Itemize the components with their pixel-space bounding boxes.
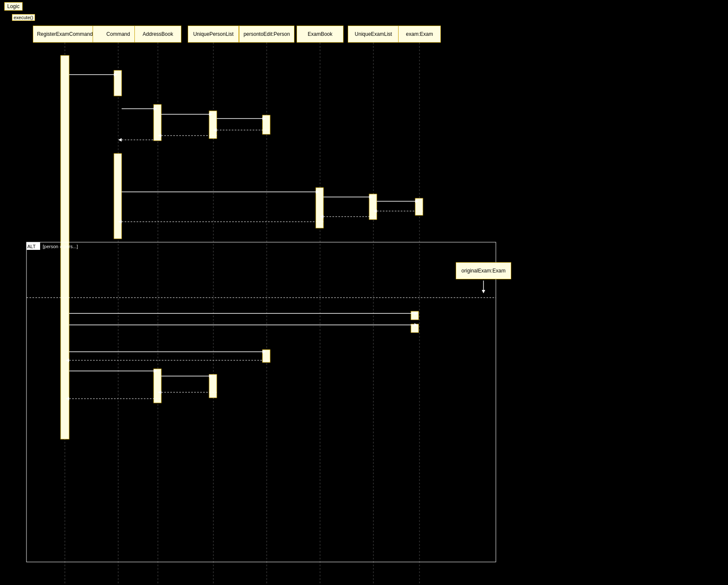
- actor-originalExam: originalExam:Exam: [456, 262, 511, 279]
- actor-uniqueExamList-label: UniqueExamList: [355, 31, 392, 37]
- svg-rect-18: [411, 324, 419, 333]
- svg-marker-35: [213, 128, 217, 132]
- svg-rect-13: [262, 115, 270, 134]
- svg-marker-53: [482, 290, 485, 293]
- diagram-container: Logic execute(): [0, 0, 728, 585]
- svg-rect-10: [114, 153, 122, 239]
- svg-rect-22: [26, 242, 496, 562]
- svg-marker-27: [114, 73, 117, 76]
- svg-rect-9: [114, 70, 122, 96]
- svg-marker-67: [158, 391, 161, 394]
- svg-marker-39: [118, 138, 122, 142]
- svg-marker-47: [373, 209, 377, 213]
- svg-text:ALT: ALT: [27, 244, 36, 249]
- actor-examBook-label: ExamBook: [308, 31, 332, 37]
- svg-rect-23: [26, 242, 40, 250]
- actor-registerExamCommand: RegisterExamCommand: [33, 26, 97, 43]
- svg-marker-59: [262, 350, 266, 353]
- svg-marker-69: [66, 397, 69, 400]
- svg-marker-57: [414, 323, 418, 327]
- svg-rect-8: [61, 55, 69, 439]
- actor-addressBook-label: AddressBook: [143, 31, 173, 37]
- sequence-diagram-svg: ALT [person ≠ pers...]: [0, 0, 728, 585]
- svg-marker-31: [209, 113, 213, 116]
- svg-rect-20: [154, 369, 161, 403]
- actor-uniquePersonList-label: UniquePersonList: [193, 31, 234, 37]
- execute-text: execute(): [14, 15, 33, 20]
- actor-uniquePersonList: UniquePersonList: [188, 26, 239, 43]
- svg-marker-65: [209, 374, 213, 378]
- execute-label: execute(): [12, 14, 35, 21]
- svg-rect-17: [411, 311, 419, 320]
- svg-rect-14: [316, 188, 323, 228]
- svg-marker-37: [158, 134, 161, 137]
- svg-text:[person ≠ pers...]: [person ≠ pers...]: [43, 244, 78, 249]
- actor-originalExam-label: originalExam:Exam: [461, 268, 505, 274]
- svg-rect-12: [209, 111, 217, 139]
- logic-tab[interactable]: Logic: [4, 2, 23, 11]
- svg-marker-61: [66, 359, 69, 362]
- actor-command-label: Command: [106, 31, 130, 37]
- actor-registerExamCommand-label: RegisterExamCommand: [37, 31, 93, 37]
- svg-rect-19: [262, 350, 270, 362]
- svg-rect-16: [415, 198, 423, 215]
- svg-marker-29: [154, 107, 157, 110]
- svg-marker-63: [154, 369, 157, 373]
- svg-marker-43: [369, 195, 373, 199]
- svg-marker-41: [316, 190, 319, 194]
- actor-examBook: ExamBook: [297, 26, 344, 43]
- svg-rect-11: [154, 104, 161, 141]
- actor-addressBook: AddressBook: [134, 26, 181, 43]
- svg-marker-49: [320, 215, 323, 218]
- svg-marker-51: [118, 220, 122, 223]
- actor-examExam: exam:Exam: [398, 26, 441, 43]
- svg-rect-21: [209, 374, 217, 398]
- svg-rect-15: [369, 194, 377, 220]
- actor-persontoEditPerson-label: persontoEdit:Person: [244, 31, 290, 37]
- svg-marker-45: [415, 200, 419, 203]
- logic-tab-label: Logic: [7, 3, 20, 9]
- actor-persontoEditPerson: persontoEdit:Person: [239, 26, 294, 43]
- svg-marker-33: [262, 117, 266, 120]
- actor-uniqueExamList: UniqueExamList: [348, 26, 399, 43]
- svg-marker-55: [414, 312, 418, 315]
- actor-examExam-label: exam:Exam: [406, 31, 433, 37]
